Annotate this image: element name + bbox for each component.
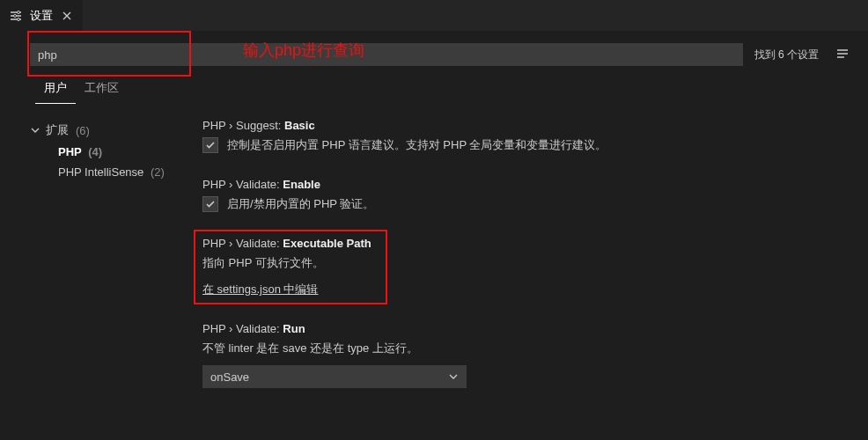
settings-icon [9, 10, 23, 22]
tree-child-count: (2) [151, 165, 165, 179]
tree-child-count: (4) [88, 145, 102, 158]
tab-user[interactable]: 用户 [35, 75, 76, 104]
tree-child-label: PHP IntelliSense [58, 165, 143, 179]
results-count: 找到 6 个设置 [754, 48, 819, 62]
svg-point-0 [18, 11, 20, 13]
tree-child-label: PHP [58, 145, 82, 158]
scope-tabs: 用户 工作区 [0, 75, 868, 105]
setting-category: PHP › Validate: [202, 237, 280, 250]
setting-name: Enable [283, 178, 320, 191]
tab-title: 设置 [30, 8, 53, 24]
setting-description: 指向 PHP 可执行文件。 [202, 255, 849, 271]
tree-node-php[interactable]: PHP (4) [30, 142, 197, 162]
settings-list: PHP › Suggest: Basic 控制是否启用内置 PHP 语言建议。支… [197, 119, 868, 430]
setting-category: PHP › Validate: [202, 178, 280, 191]
annotation-text: 输入php进行查询 [243, 40, 364, 61]
svg-point-2 [18, 18, 20, 20]
setting-php-validate-enable: PHP › Validate: Enable 启用/禁用内置的 PHP 验证。 [202, 178, 849, 212]
select-value: onSave [210, 370, 249, 384]
select-dropdown[interactable]: onSave [202, 365, 467, 388]
setting-description: 启用/禁用内置的 PHP 验证。 [227, 196, 374, 212]
settings-tree: 扩展 (6) PHP (4) PHP IntelliSense (2) [30, 119, 197, 430]
checkbox[interactable] [202, 196, 218, 212]
setting-php-validate-executable-path: PHP › Validate: Executable Path 指向 PHP 可… [202, 237, 849, 297]
settings-search-input[interactable] [30, 43, 743, 66]
chevron-down-icon [30, 125, 42, 136]
tree-node-php-intellisense[interactable]: PHP IntelliSense (2) [30, 162, 197, 182]
setting-php-validate-run: PHP › Validate: Run 不管 linter 是在 save 还是… [202, 322, 849, 388]
chevron-down-icon [448, 371, 459, 382]
edit-in-settings-json-link[interactable]: 在 settings.json 中编辑 [202, 282, 319, 297]
setting-category: PHP › Suggest: [202, 119, 281, 132]
close-icon[interactable] [60, 9, 74, 23]
tree-node-count: (6) [76, 124, 90, 137]
setting-name: Run [283, 322, 305, 335]
toc-toggle-icon[interactable] [833, 45, 852, 64]
svg-point-1 [14, 14, 17, 17]
tree-node-label: 扩展 [46, 122, 69, 138]
setting-php-suggest-basic: PHP › Suggest: Basic 控制是否启用内置 PHP 语言建议。支… [202, 119, 849, 153]
tree-node-extensions[interactable]: 扩展 (6) [30, 119, 197, 142]
setting-description: 控制是否启用内置 PHP 语言建议。支持对 PHP 全局变量和变量进行建议。 [227, 137, 607, 153]
setting-description: 不管 linter 是在 save 还是在 type 上运行。 [202, 341, 849, 356]
setting-category: PHP › Validate: [202, 322, 280, 335]
search-row: 输入php进行查询 找到 6 个设置 [0, 31, 868, 75]
setting-name: Basic [284, 119, 315, 132]
tab-workspace[interactable]: 工作区 [76, 75, 128, 104]
tab-bar: 设置 [0, 0, 868, 31]
checkbox[interactable] [202, 137, 218, 153]
tab-settings[interactable]: 设置 [0, 0, 83, 31]
setting-name: Executable Path [283, 237, 371, 250]
